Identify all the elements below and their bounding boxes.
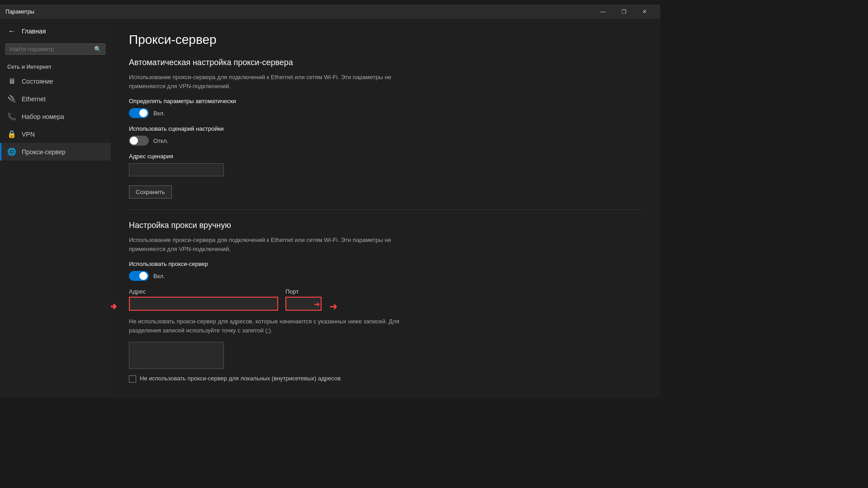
sidebar-home-label: Главная <box>22 28 46 35</box>
dialup-icon: 📞 <box>7 112 16 121</box>
address-field-group: Адрес <box>129 288 278 311</box>
address-arrow-indicator: ➜ <box>111 301 117 313</box>
page-title: Прокси-сервер <box>129 33 642 47</box>
exceptions-textarea[interactable] <box>129 342 224 369</box>
section-divider <box>129 209 642 210</box>
auto-section-title: Автоматическая настройка прокси-сервера <box>129 58 642 67</box>
use-script-toggle[interactable] <box>129 136 149 146</box>
use-proxy-row: Вкл. <box>129 271 642 281</box>
settings-window: Параметры — ❐ ✕ ← Главная 🔍 Сеть и Интер… <box>0 5 660 398</box>
sidebar-item-ethernet[interactable]: 🔌 Ethernet <box>0 90 111 108</box>
ethernet-icon: 🔌 <box>7 95 16 103</box>
addr-port-row: ➜ Адрес Порт ➜ ➜ <box>129 288 642 311</box>
search-input[interactable] <box>9 46 90 52</box>
bypass-local-checkbox[interactable] <box>129 375 136 383</box>
sidebar: ← Главная 🔍 Сеть и Интернет 🖥 Состояние … <box>0 19 111 398</box>
manual-section-title: Настройка прокси вручную <box>129 221 642 230</box>
use-script-label: Использовать сценарий настройки <box>129 125 642 132</box>
auto-detect-toggle[interactable] <box>129 108 149 118</box>
sidebar-item-dialup[interactable]: 📞 Набор номера <box>0 108 111 125</box>
sidebar-section-label: Сеть и Интернет <box>0 58 111 73</box>
proxy-icon: 🌐 <box>7 147 16 156</box>
auto-detect-toggle-knob <box>139 109 147 117</box>
address-input[interactable] <box>129 297 278 311</box>
use-proxy-toggle-knob <box>139 272 147 280</box>
manual-save-wrapper: ➜ Сохранить <box>129 394 173 398</box>
port-input[interactable] <box>285 297 322 311</box>
auto-detect-row: Вкл. <box>129 108 642 118</box>
use-script-state-label: Откл. <box>153 137 168 144</box>
script-address-label: Адрес сценария <box>129 153 642 160</box>
sidebar-item-dialup-label: Набор номера <box>22 113 64 120</box>
sidebar-item-vpn-label: VPN <box>22 131 35 138</box>
use-script-row: Откл. <box>129 136 642 146</box>
use-proxy-state-label: Вкл. <box>153 273 165 280</box>
home-icon: ← <box>7 27 16 35</box>
search-icon: 🔍 <box>94 46 101 52</box>
port-right-arrow: ➜ <box>329 301 337 313</box>
sidebar-item-vpn[interactable]: 🔒 VPN <box>0 125 111 143</box>
sidebar-home[interactable]: ← Главная <box>0 23 111 40</box>
auto-description: Использование прокси-сервера для подключ… <box>129 73 400 90</box>
auto-save-button[interactable]: Сохранить <box>129 185 172 199</box>
use-proxy-label: Использовать прокси-сервер <box>129 261 642 267</box>
sidebar-item-proxy-label: Прокси-сервер <box>22 148 66 156</box>
search-box: 🔍 <box>5 43 105 55</box>
sidebar-item-ethernet-label: Ethernet <box>22 95 46 103</box>
port-label: Порт <box>285 288 322 295</box>
use-proxy-toggle[interactable] <box>129 271 149 281</box>
script-address-input[interactable] <box>129 163 224 176</box>
exceptions-description: Не использовать прокси-сервер для адресо… <box>129 317 400 335</box>
main-content: Прокси-сервер Автоматическая настройка п… <box>111 19 660 398</box>
auto-detect-label: Определять параметры автоматически <box>129 98 642 104</box>
sidebar-item-status[interactable]: 🖥 Состояние <box>0 73 111 90</box>
manual-description: Использование прокси-сервера для подключ… <box>129 236 400 253</box>
content-area: ← Главная 🔍 Сеть и Интернет 🖥 Состояние … <box>0 19 660 398</box>
use-script-toggle-knob <box>130 137 138 145</box>
bypass-local-label: Не использовать прокси-сервер для локаль… <box>140 374 341 383</box>
auto-detect-state-label: Вкл. <box>153 110 165 117</box>
titlebar-title: Параметры <box>5 9 593 15</box>
port-field-group: Порт ➜ ➜ <box>285 288 322 311</box>
titlebar-controls: — ❐ ✕ <box>593 5 655 19</box>
sidebar-item-proxy[interactable]: 🌐 Прокси-сервер <box>0 143 111 161</box>
minimize-button[interactable]: — <box>593 5 613 19</box>
status-icon: 🖥 <box>7 77 16 85</box>
sidebar-item-status-label: Состояние <box>22 78 53 85</box>
close-button[interactable]: ✕ <box>634 5 655 19</box>
vpn-icon: 🔒 <box>7 130 16 138</box>
bypass-local-row: Не использовать прокси-сервер для локаль… <box>129 374 642 383</box>
address-label: Адрес <box>129 288 278 295</box>
titlebar: Параметры — ❐ ✕ <box>0 5 660 19</box>
restore-button[interactable]: ❐ <box>613 5 634 19</box>
